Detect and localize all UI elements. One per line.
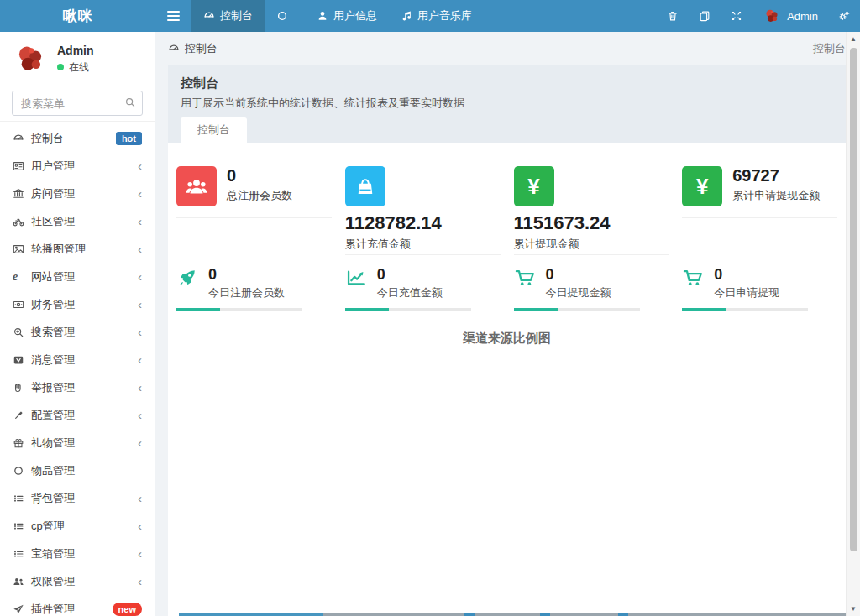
page-header: 控制台 用于展示当前系统中的统计数据、统计报表及重要实时数据 控制台 bbox=[168, 65, 846, 143]
trash-icon bbox=[667, 10, 679, 22]
motorcycle-icon bbox=[13, 216, 31, 227]
sidebar-username: Admin bbox=[57, 44, 94, 57]
paper-plane-icon bbox=[13, 603, 31, 615]
sidebar-item-plugins[interactable]: 插件管理 new bbox=[0, 595, 155, 616]
stat-today-withdraw: 0 今日提现金额 bbox=[514, 267, 669, 311]
chevron-left-icon: ‹ bbox=[138, 547, 142, 560]
avatar bbox=[763, 7, 781, 25]
line-chart-icon bbox=[345, 267, 369, 289]
fullscreen-button[interactable] bbox=[721, 0, 752, 32]
sidebar-item-cp[interactable]: cp管理 ‹ bbox=[0, 512, 155, 540]
user-icon bbox=[317, 10, 328, 22]
sidebar-item-label: 消息管理 bbox=[31, 352, 75, 368]
vertical-scrollbar[interactable]: ▲ ▼ bbox=[846, 32, 860, 616]
stat-value: 69727 bbox=[732, 166, 820, 185]
sidebar-item-label: 权限管理 bbox=[31, 574, 75, 589]
sidebar-item-permissions[interactable]: 权限管理 ‹ bbox=[0, 567, 155, 595]
dashboard-card: 0 总注册会员数 1128782.14 累计充值金额 ¥ 1151673.2 bbox=[168, 143, 846, 616]
chevron-left-icon: ‹ bbox=[138, 326, 142, 338]
sidebar-item-carousel[interactable]: 轮播图管理 ‹ bbox=[0, 235, 155, 263]
search-input[interactable] bbox=[12, 91, 143, 116]
sidebar-user-panel: Admin 在线 bbox=[0, 32, 155, 84]
sidebar-item-config[interactable]: 配置管理 ‹ bbox=[0, 401, 155, 429]
nav-item-dashboard[interactable]: 控制台 bbox=[191, 0, 265, 32]
chevron-left-icon: ‹ bbox=[138, 409, 142, 421]
sidebar-item-label: 房间管理 bbox=[31, 186, 75, 201]
sidebar-item-label: 用户管理 bbox=[31, 159, 75, 174]
sidebar-toggle-button[interactable] bbox=[155, 0, 191, 32]
nav-item-music-library[interactable]: 用户音乐库 bbox=[389, 0, 484, 32]
search-button[interactable] bbox=[124, 97, 136, 108]
scroll-down-arrow-icon[interactable]: ▼ bbox=[847, 605, 860, 613]
chevron-left-icon: ‹ bbox=[138, 436, 142, 449]
sidebar-search bbox=[12, 91, 143, 116]
sidebar-item-finance[interactable]: 财务管理 ‹ bbox=[0, 290, 155, 318]
sidebar-menu: 控制台 hot 用户管理 ‹ 房间管理 ‹ 社区管理 ‹ bbox=[0, 121, 155, 616]
stat-value: 0 bbox=[227, 166, 292, 185]
user-menu[interactable]: Admin bbox=[752, 0, 828, 32]
bank-icon bbox=[13, 188, 31, 200]
gavel-icon bbox=[13, 410, 31, 421]
stat-total-withdraw: ¥ 1151673.24 累计提现金额 bbox=[514, 166, 669, 255]
stat-total-members: 0 总注册会员数 bbox=[176, 166, 332, 218]
sidebar-item-label: cp管理 bbox=[31, 519, 65, 534]
online-dot-icon bbox=[57, 64, 64, 70]
progress-bar bbox=[345, 308, 471, 311]
chevron-left-icon: ‹ bbox=[138, 353, 142, 366]
sidebar-item-label: 社区管理 bbox=[31, 214, 75, 229]
sidebar-item-website[interactable]: e 网站管理 ‹ bbox=[0, 263, 155, 290]
sidebar-item-gifts[interactable]: 礼物管理 ‹ bbox=[0, 429, 155, 457]
sidebar-item-dashboard[interactable]: 控制台 hot bbox=[0, 124, 155, 152]
settings-button[interactable] bbox=[828, 0, 860, 32]
scroll-up-arrow-icon[interactable]: ▲ bbox=[847, 35, 860, 43]
tab-dashboard[interactable]: 控制台 bbox=[181, 117, 247, 143]
avatar bbox=[12, 40, 49, 77]
stat-label: 今日申请提现 bbox=[714, 285, 779, 300]
sidebar-item-search-mgmt[interactable]: 搜索管理 ‹ bbox=[0, 318, 155, 346]
stat-label: 今日注册会员数 bbox=[208, 285, 285, 300]
sidebar-item-rooms[interactable]: 房间管理 ‹ bbox=[0, 180, 155, 207]
sidebar-item-messages[interactable]: 消息管理 ‹ bbox=[0, 346, 155, 373]
sidebar-item-treasure[interactable]: 宝箱管理 ‹ bbox=[0, 540, 155, 567]
breadcrumb: 控制台 控制台 bbox=[168, 32, 846, 65]
progress-bar bbox=[514, 308, 640, 311]
sidebar-item-goods[interactable]: 物品管理 bbox=[0, 457, 155, 484]
stat-today-recharge: 0 今日充值金额 bbox=[345, 267, 501, 311]
nav-item-user-info[interactable]: 用户信息 bbox=[305, 0, 389, 32]
sidebar-item-backpack[interactable]: 背包管理 ‹ bbox=[0, 484, 155, 512]
tachometer-icon bbox=[168, 43, 180, 55]
nav-item-label: 控制台 bbox=[220, 8, 253, 23]
nav-item-circle[interactable] bbox=[265, 0, 305, 32]
cart-icon bbox=[514, 267, 538, 289]
sidebar-item-label: 举报管理 bbox=[31, 380, 75, 395]
trash-button[interactable] bbox=[657, 0, 689, 32]
stat-label: 累计充值金额 bbox=[345, 237, 501, 252]
sidebar-item-label: 物品管理 bbox=[31, 463, 75, 478]
scrollbar-thumb[interactable] bbox=[850, 48, 857, 551]
sidebar-item-label: 配置管理 bbox=[31, 408, 75, 423]
breadcrumb-trail[interactable]: 控制台 bbox=[813, 41, 846, 56]
chart-title: 渠道来源比例图 bbox=[176, 331, 837, 347]
progress-bar bbox=[682, 308, 808, 311]
chevron-left-icon: ‹ bbox=[138, 519, 142, 532]
top-navbar: 啾咪 控制台 用户信息 bbox=[0, 0, 860, 32]
chevron-left-icon: ‹ bbox=[138, 381, 142, 394]
chevron-left-icon: ‹ bbox=[138, 243, 142, 255]
yen-icon: ¥ bbox=[682, 166, 722, 206]
sidebar-item-reports[interactable]: 举报管理 ‹ bbox=[0, 373, 155, 401]
sidebar-item-community[interactable]: 社区管理 ‹ bbox=[0, 207, 155, 235]
stat-value: 1151673.24 bbox=[514, 213, 669, 233]
documents-icon bbox=[699, 10, 711, 22]
list-icon bbox=[13, 548, 31, 560]
sidebar-item-label: 财务管理 bbox=[31, 297, 75, 312]
gift-icon bbox=[13, 437, 31, 449]
list-icon bbox=[13, 493, 31, 504]
brand-logo[interactable]: 啾咪 bbox=[0, 0, 155, 32]
sidebar-item-label: 背包管理 bbox=[31, 491, 75, 506]
sidebar-item-users[interactable]: 用户管理 ‹ bbox=[0, 152, 155, 180]
documents-button[interactable] bbox=[689, 0, 721, 32]
breadcrumb-current: 控制台 bbox=[185, 41, 218, 56]
page-description: 用于展示当前系统中的统计数据、统计报表及重要实时数据 bbox=[181, 96, 833, 111]
sidebar-item-label: 搜索管理 bbox=[31, 325, 75, 340]
nav-item-label: 用户信息 bbox=[333, 8, 377, 23]
